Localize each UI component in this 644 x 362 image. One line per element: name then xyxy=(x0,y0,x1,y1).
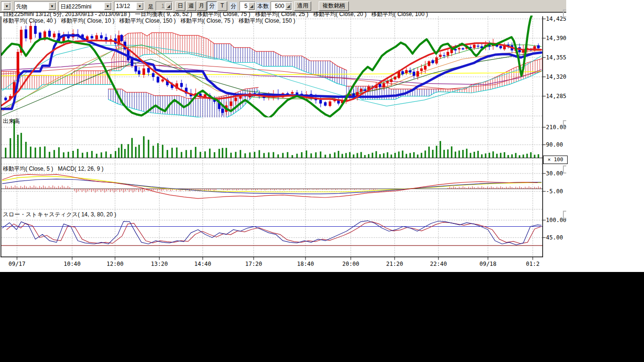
macd-panel-title: 移動平均( Close, 5 ) MACD( 12, 26, 9 ) xyxy=(3,165,103,173)
time-tick-label: 12:00 xyxy=(107,261,124,267)
panel-handle-icon[interactable] xyxy=(563,211,566,219)
time-tick-label: 22:40 xyxy=(430,261,447,267)
panel-handle-icon[interactable] xyxy=(563,120,566,128)
axis-tick-label: 14,285 xyxy=(546,93,566,99)
axis-tick-label: 14,390 xyxy=(546,35,566,41)
time-tick-label: 18:40 xyxy=(297,261,314,267)
volume-bars xyxy=(1,119,543,158)
axis-tick-label: -5.00 xyxy=(546,188,563,195)
gridlines xyxy=(1,16,543,257)
axis-tick-label: 30.00 xyxy=(546,170,563,177)
time-tick-label: 20:00 xyxy=(342,261,359,267)
time-tick-label: 21:20 xyxy=(386,261,403,267)
time-tick-label: 09/17 xyxy=(8,261,25,267)
time-tick-label: 17:20 xyxy=(245,261,262,267)
chart-application-window: ▼ 先物 ▼ 日経225mini ▼ 13/12 ▼ 足 1 ◢ 日 週 月 分… xyxy=(0,0,644,362)
axis-tick-label: 45.00 xyxy=(546,234,563,241)
axis-tick-label: 14,355 xyxy=(546,54,566,61)
axis-tick-label: 90.00 xyxy=(546,141,563,148)
panel-handle-icon[interactable] xyxy=(563,165,566,173)
volume-panel-title: 出来高 xyxy=(3,117,20,125)
time-tick-label: 10:40 xyxy=(64,261,81,267)
panel-handle-icon[interactable] xyxy=(563,9,566,17)
chart-legend-line2: 移動平均( Close, 40 ) 移動平均( Close, 10 ) 移動平均… xyxy=(3,17,295,25)
time-tick-label: 14:40 xyxy=(194,261,211,267)
stochastics-panel-title: スロー・ストキャスティクス( 14, 3, 80, 20 ) xyxy=(3,211,116,219)
time-tick-label: 09/18 xyxy=(479,261,496,267)
stochastics-series xyxy=(1,221,543,246)
thick-moving-averages xyxy=(1,15,541,118)
time-tick-label: 01:2 xyxy=(526,261,540,267)
macd-series xyxy=(1,174,543,198)
time-tick-label: 13:20 xyxy=(151,261,168,267)
volume-multiplier-badge: × 100 xyxy=(543,156,568,164)
axis-tick-label: 14,320 xyxy=(546,74,566,80)
